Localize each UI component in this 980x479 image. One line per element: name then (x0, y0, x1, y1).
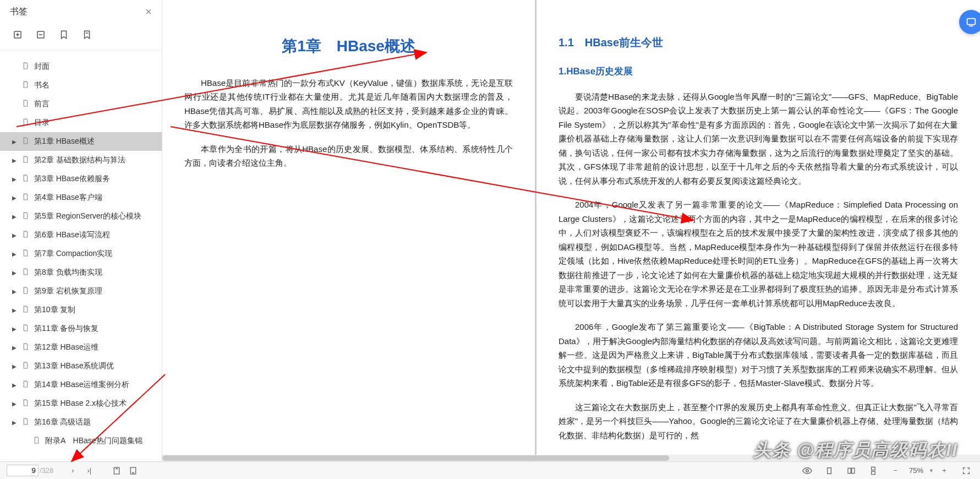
expand-arrow-icon[interactable]: ▶ (12, 401, 18, 407)
page-number-input[interactable] (7, 465, 39, 476)
bookmark-item[interactable]: ▶第9章 宕机恢复原理 (0, 282, 162, 301)
next-page-icon[interactable]: › (65, 464, 80, 477)
bookmark-label: 封面 (34, 62, 50, 72)
expand-arrow-icon[interactable]: ▶ (12, 139, 18, 145)
page-icon (22, 249, 30, 259)
expand-arrow-icon[interactable]: ▶ (12, 232, 18, 238)
expand-arrow-icon[interactable]: ▶ (12, 289, 18, 295)
bookmark-item[interactable]: 封面 (0, 57, 162, 76)
page-icon (22, 324, 30, 334)
single-page-icon[interactable] (822, 464, 836, 477)
sidebar-title: 书签 (10, 6, 28, 18)
bookmark-item[interactable]: ▶第1章 HBase概述 (0, 132, 162, 151)
bookmark-label: 第7章 Compaction实现 (34, 249, 112, 259)
bookmark-label: 第3章 HBase依赖服务 (34, 174, 110, 184)
continuous-icon[interactable] (866, 464, 880, 477)
bookmark-label: 第6章 HBase读写流程 (34, 230, 110, 240)
bookmark-item[interactable]: 附录A HBase热门问题集锦 (0, 432, 162, 450)
watermark: 头条 @程序员高级码农II (753, 438, 958, 462)
page-icon (22, 399, 30, 409)
status-bar: /328 › ›| − 75% ▼ + (0, 461, 980, 479)
new-bookmark-icon[interactable] (12, 29, 23, 40)
bookmark-label: 第2章 基础数据结构与算法 (34, 155, 125, 165)
svg-rect-14 (872, 467, 875, 470)
bookmark-item[interactable]: ▶第7章 Compaction实现 (0, 244, 162, 263)
fit-page-icon[interactable] (110, 464, 124, 477)
bookmark-item[interactable]: ▶第2章 基础数据结构与算法 (0, 151, 162, 170)
expand-arrow-icon[interactable]: ▶ (12, 345, 18, 351)
fullscreen-icon[interactable] (959, 464, 973, 477)
expand-arrow-icon[interactable]: ▶ (12, 420, 18, 426)
page-icon (22, 305, 30, 315)
paragraph: 要说清楚HBase的来龙去脉，还得从Google当年风靡一时的"三篇论文"——G… (559, 90, 958, 188)
page-icon (22, 193, 30, 203)
chevron-down-icon[interactable]: ▼ (929, 468, 934, 473)
page-icon (22, 155, 30, 165)
zoom-control: − 75% ▼ + (887, 464, 952, 477)
bookmark-list[interactable]: 封面书名前言目录▶第1章 HBase概述▶第2章 基础数据结构与算法▶第3章 H… (0, 51, 162, 461)
bookmark-item[interactable]: ▶第15章 HBase 2.x核心技术 (0, 394, 162, 413)
fit-width-icon[interactable] (126, 464, 140, 477)
bookmark-label: 第5章 RegionServer的核心模块 (34, 211, 141, 221)
bookmark-item[interactable]: ▶第13章 HBase系统调优 (0, 357, 162, 375)
bookmark-item[interactable]: 书名 (0, 76, 162, 95)
expand-arrow-icon[interactable]: ▶ (12, 363, 18, 369)
bookmark-item[interactable]: ▶第16章 高级话题 (0, 413, 162, 432)
bookmark-item[interactable]: ▶第12章 HBase运维 (0, 338, 162, 357)
bookmark-item[interactable]: ▶第14章 HBase运维案例分析 (0, 375, 162, 394)
sidebar-toolbar (0, 24, 162, 51)
expand-arrow-icon[interactable]: ▶ (12, 251, 18, 257)
document-viewport[interactable]: 第1章 HBase概述 HBase是目前非常热门的一款分布式KV（KeyValu… (162, 0, 980, 461)
collapse-icon[interactable] (35, 29, 46, 40)
page-icon (22, 361, 30, 371)
bookmark-label: 第14章 HBase运维案例分析 (34, 380, 129, 390)
scrollbar-thumb[interactable] (162, 455, 669, 461)
page-total: /328 (40, 466, 53, 475)
bookmark-icon[interactable] (58, 29, 69, 40)
bookmark-item[interactable]: ▶第11章 备份与恢复 (0, 319, 162, 338)
page-icon (22, 342, 30, 352)
expand-arrow-icon[interactable]: ▶ (12, 176, 18, 182)
expand-arrow-icon[interactable]: ▶ (12, 214, 18, 220)
bookmark-label: 第9章 宕机恢复原理 (34, 286, 102, 296)
expand-arrow-icon[interactable]: ▶ (12, 382, 18, 388)
expand-arrow-icon[interactable]: ▶ (12, 270, 18, 276)
zoom-out-icon[interactable]: − (888, 464, 902, 477)
svg-rect-6 (967, 19, 976, 25)
page-icon (22, 268, 30, 277)
bookmark-item[interactable]: ▶第4章 HBase客户端 (0, 188, 162, 207)
bookmark-label: 第12章 HBase运维 (34, 342, 98, 352)
close-icon[interactable]: × (145, 6, 152, 18)
expand-arrow-icon[interactable]: ▶ (12, 157, 18, 164)
page-left: 第1章 HBase概述 HBase是目前非常热门的一款分布式KV（KeyValu… (162, 0, 536, 461)
bookmark-item[interactable]: 目录 (0, 113, 162, 132)
bookmark-item[interactable]: ▶第6章 HBase读写流程 (0, 226, 162, 244)
expand-arrow-icon[interactable]: ▶ (12, 195, 18, 201)
zoom-in-icon[interactable]: + (937, 464, 951, 477)
assist-float-button[interactable] (959, 10, 980, 34)
page-icon (22, 286, 30, 296)
two-page-icon[interactable] (844, 464, 858, 477)
section-title: 1.1 HBase前生今世 (559, 33, 958, 52)
page-icon (22, 62, 30, 72)
bookmark-item[interactable]: 前言 (0, 95, 162, 113)
bookmark-item[interactable]: ▶第3章 HBase依赖服务 (0, 170, 162, 188)
bookmark-label: 第1章 HBase概述 (34, 137, 95, 146)
bookmark-item[interactable]: ▶第8章 负载均衡实现 (0, 263, 162, 282)
page-icon (22, 211, 30, 221)
page-right: 1.1 HBase前生今世 1.HBase历史发展 要说清楚HBase的来龙去脉… (536, 0, 980, 461)
svg-point-10 (806, 469, 809, 472)
eye-icon[interactable] (800, 464, 814, 477)
zoom-value[interactable]: 75% (906, 466, 927, 475)
expand-arrow-icon[interactable]: ▶ (12, 307, 18, 313)
bookmark-item[interactable]: ▶第10章 复制 (0, 301, 162, 319)
bookmark-alt-icon[interactable] (81, 29, 92, 40)
last-page-icon[interactable]: ›| (82, 464, 96, 477)
page-icon (22, 174, 30, 184)
sidebar-header: 书签 × (0, 0, 162, 24)
paragraph: 2006年，Google发布了第三篇重要论文——《BigTable：A Dist… (559, 320, 958, 390)
svg-rect-15 (872, 471, 875, 474)
bookmark-item[interactable]: ▶第5章 RegionServer的核心模块 (0, 207, 162, 226)
expand-arrow-icon[interactable]: ▶ (12, 326, 18, 332)
paragraph: 2004年，Google又发表了另一篇非常重要的论文——《MapReduce：S… (559, 198, 958, 310)
